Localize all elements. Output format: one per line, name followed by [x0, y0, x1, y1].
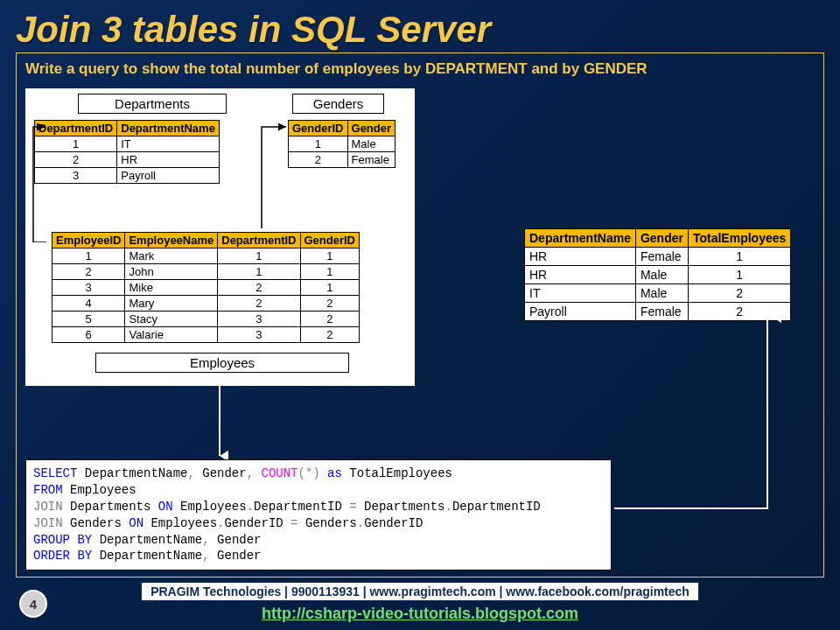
table-row: 3Mike21	[52, 280, 360, 296]
column-header: DepartmentName	[117, 121, 220, 136]
table-row: 3Payroll	[35, 168, 220, 184]
slide-title: Join 3 tables in SQL Server	[0, 0, 840, 55]
column-header: Gender	[347, 121, 396, 136]
column-header: GenderID	[289, 121, 348, 136]
footer-link[interactable]: http://csharp-video-tutorials.blogspot.c…	[0, 605, 840, 623]
content-area: Write a query to show the total number o…	[16, 52, 824, 578]
column-header: EmployeeName	[125, 233, 218, 248]
employees-label: Employees	[95, 353, 349, 373]
table-row: ITMale2	[525, 284, 791, 303]
departments-table: DepartmentIDDepartmentName1IT2HR3Payroll	[34, 120, 220, 184]
sql-query: SELECT DepartmentName, Gender, COUNT(*) …	[25, 459, 612, 570]
fk-arrow-gender	[255, 111, 291, 242]
schema-diagram: Departments Genders Employees Department…	[25, 88, 415, 386]
table-row: 2John11	[52, 264, 360, 280]
footer: PRAGIM Technologies | 9900113931 | www.p…	[0, 582, 840, 623]
column-header: Gender	[635, 229, 688, 248]
column-header: DepartmentName	[525, 229, 636, 248]
genders-table: GenderIDGender1Male2Female	[288, 120, 396, 168]
column-header: TotalEmployees	[688, 229, 790, 248]
table-row: 4Mary22	[52, 296, 360, 312]
table-row: 1IT	[35, 136, 220, 152]
departments-label: Departments	[78, 94, 227, 114]
genders-label: Genders	[292, 94, 384, 114]
table-row: 1Mark11	[52, 248, 360, 264]
footer-banner: PRAGIM Technologies | 9900113931 | www.p…	[141, 582, 699, 601]
table-row: 2Female	[289, 152, 396, 168]
flow-arrow-down	[211, 384, 228, 463]
column-header: GenderID	[300, 233, 360, 248]
column-header: EmployeeID	[52, 233, 125, 248]
table-row: HRMale1	[525, 266, 791, 284]
table-row: 2HR	[35, 152, 220, 168]
table-row: 5Stacy32	[52, 312, 360, 327]
table-row: 1Male	[289, 136, 396, 152]
flow-arrow-result	[612, 307, 787, 517]
table-row: 6Valarie32	[52, 327, 360, 343]
employees-table: EmployeeIDEmployeeNameDepartmentIDGender…	[52, 232, 360, 343]
fk-arrow-dept	[29, 111, 55, 242]
table-row: HRFemale1	[525, 248, 791, 266]
slide-subtitle: Write a query to show the total number o…	[17, 53, 823, 78]
